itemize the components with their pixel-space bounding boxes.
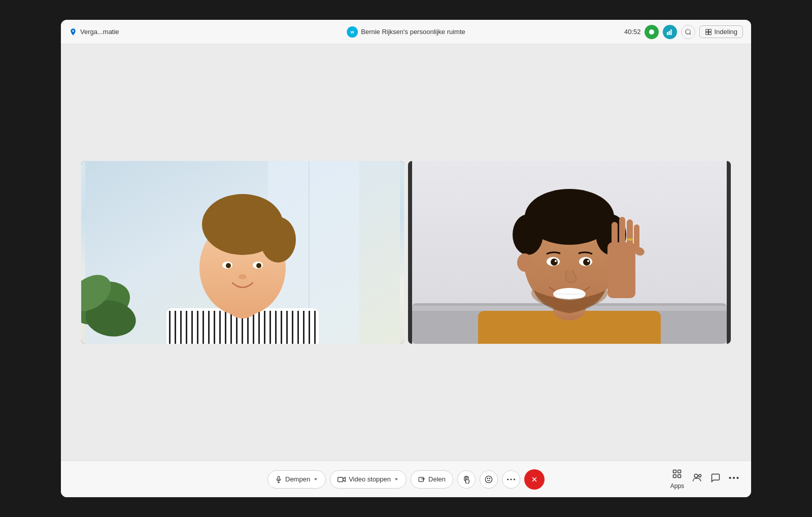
svg-rect-78 xyxy=(619,217,625,250)
network-quality-btn[interactable] xyxy=(663,25,677,39)
mic-icon xyxy=(275,476,282,483)
location-icon xyxy=(69,28,77,36)
chat-btn[interactable] xyxy=(710,473,721,486)
svg-rect-9 xyxy=(709,29,712,31)
svg-rect-98 xyxy=(678,470,681,473)
svg-rect-21 xyxy=(175,311,176,344)
hand-icon xyxy=(462,475,470,483)
search-icon xyxy=(685,28,692,36)
emoji-icon xyxy=(485,475,493,483)
search-btn[interactable] xyxy=(681,25,695,39)
svg-point-103 xyxy=(729,477,731,479)
title-bar-center: W Bernie Rijksen's persoonlijke ruimte xyxy=(347,26,465,38)
svg-point-92 xyxy=(507,478,509,480)
svg-rect-38 xyxy=(269,311,271,344)
svg-point-104 xyxy=(733,477,735,479)
svg-rect-26 xyxy=(202,311,204,344)
video-icon xyxy=(337,476,346,483)
svg-rect-86 xyxy=(338,477,343,482)
apps-btn[interactable]: Apps xyxy=(670,469,684,490)
layout-icon xyxy=(705,28,712,36)
participants-btn[interactable] xyxy=(692,473,702,486)
end-call-btn[interactable] xyxy=(524,469,545,490)
svg-rect-87 xyxy=(419,477,423,481)
meeting-title: Verga...matie xyxy=(80,28,119,36)
svg-point-65 xyxy=(513,214,543,255)
apps-label: Apps xyxy=(670,482,684,490)
svg-rect-3 xyxy=(667,32,668,35)
reactions-btn[interactable] xyxy=(480,470,498,489)
chat-icon xyxy=(710,473,721,486)
svg-point-94 xyxy=(514,478,515,480)
svg-point-71 xyxy=(551,258,558,266)
title-bar: Verga...matie W Bernie Rijksen's persoon… xyxy=(61,20,751,44)
svg-point-91 xyxy=(489,478,490,478)
video-stop-btn[interactable]: Video stoppen xyxy=(330,470,407,489)
controls-right: Apps xyxy=(670,469,739,490)
svg-rect-99 xyxy=(673,475,676,478)
svg-rect-79 xyxy=(627,219,633,251)
layout-label: Indeling xyxy=(714,28,737,36)
svg-point-54 xyxy=(256,263,261,268)
green-status-btn[interactable] xyxy=(645,25,659,39)
svg-rect-31 xyxy=(230,311,232,344)
video-tile-2 xyxy=(408,161,731,344)
mute-label: Dempen xyxy=(285,475,310,483)
layout-btn[interactable]: Indeling xyxy=(699,25,743,38)
participant-2-video xyxy=(408,161,731,344)
video-tile-1 xyxy=(81,161,404,344)
svg-point-73 xyxy=(555,260,557,262)
svg-rect-11 xyxy=(709,32,712,35)
svg-point-101 xyxy=(694,474,698,478)
title-bar-right: 40:52 xyxy=(624,25,743,39)
svg-point-105 xyxy=(736,477,738,479)
svg-point-55 xyxy=(239,274,247,279)
svg-rect-22 xyxy=(180,311,182,344)
svg-rect-10 xyxy=(706,32,708,35)
svg-rect-37 xyxy=(264,311,265,344)
mute-btn[interactable]: Dempen xyxy=(267,470,326,489)
svg-point-53 xyxy=(226,263,231,268)
svg-rect-44 xyxy=(303,311,304,344)
svg-rect-28 xyxy=(214,311,215,344)
raise-hand-btn[interactable] xyxy=(457,470,476,489)
svg-point-93 xyxy=(510,478,512,480)
main-window: Verga...matie W Bernie Rijksen's persoon… xyxy=(61,20,751,497)
svg-point-102 xyxy=(699,474,701,477)
svg-rect-30 xyxy=(225,311,226,344)
svg-rect-42 xyxy=(292,311,293,344)
call-timer: 40:52 xyxy=(624,28,641,36)
svg-rect-41 xyxy=(286,311,288,344)
svg-point-89 xyxy=(485,476,492,482)
svg-rect-100 xyxy=(678,475,681,478)
participants-icon xyxy=(692,473,702,486)
svg-rect-20 xyxy=(169,311,171,344)
share-icon xyxy=(418,476,425,483)
svg-rect-36 xyxy=(258,311,260,344)
more-icon xyxy=(507,478,515,480)
video-area xyxy=(61,44,751,461)
end-call-icon xyxy=(530,475,538,483)
more-options-btn[interactable] xyxy=(502,470,520,489)
svg-rect-27 xyxy=(208,311,210,344)
share-btn[interactable]: Delen xyxy=(411,470,453,489)
svg-point-67 xyxy=(517,253,532,272)
webex-logo-icon: W xyxy=(347,26,358,38)
svg-rect-4 xyxy=(669,31,670,35)
svg-line-7 xyxy=(690,33,691,35)
mute-caret-icon xyxy=(313,477,318,482)
svg-rect-83 xyxy=(278,476,280,480)
svg-rect-82 xyxy=(627,238,633,241)
svg-text:W: W xyxy=(351,30,355,35)
video-label: Video stoppen xyxy=(349,475,391,483)
svg-rect-25 xyxy=(197,311,198,344)
svg-rect-23 xyxy=(186,311,187,344)
svg-rect-46 xyxy=(314,311,316,344)
svg-rect-39 xyxy=(275,311,277,344)
bottom-more-btn[interactable] xyxy=(729,473,739,486)
title-bar-left: Verga...matie xyxy=(69,28,171,36)
bottom-bar: Dempen Video stoppen xyxy=(61,461,751,497)
svg-point-72 xyxy=(583,258,590,266)
svg-rect-97 xyxy=(673,470,676,473)
svg-rect-76 xyxy=(607,242,635,298)
